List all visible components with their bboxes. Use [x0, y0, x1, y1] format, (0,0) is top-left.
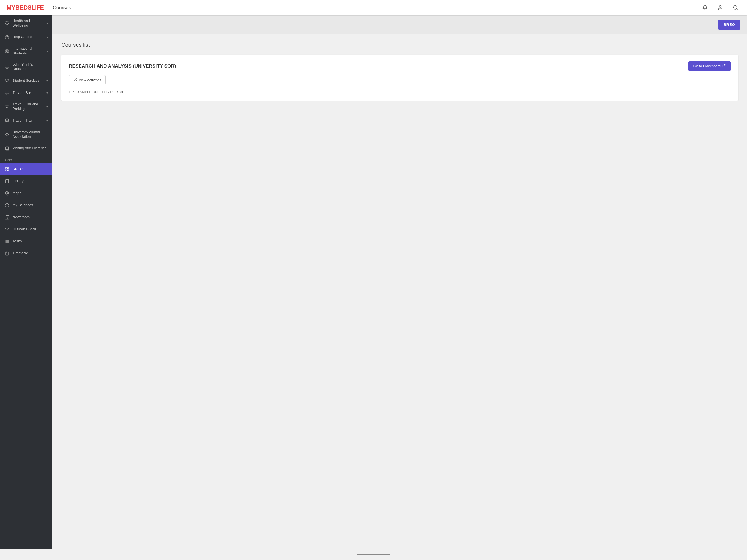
view-activities-button[interactable]: View activities: [69, 75, 106, 84]
heart-icon: [4, 21, 10, 26]
bookshop-icon: [4, 64, 10, 70]
svg-rect-20: [7, 168, 9, 169]
sidebar-item-tasks[interactable]: Tasks: [0, 235, 52, 248]
svg-line-2: [737, 9, 738, 10]
sidebar-item-label: International Students: [12, 47, 44, 56]
help-icon: [4, 34, 10, 40]
svg-point-23: [6, 193, 8, 194]
svg-line-37: [724, 65, 725, 66]
svg-rect-7: [5, 65, 9, 68]
sidebar-item-university-alumni[interactable]: University Alumni Association: [0, 127, 52, 143]
chevron-down-icon: ▾: [47, 105, 48, 108]
sidebar-item-label: BREO: [12, 167, 23, 172]
newsroom-icon: [4, 215, 10, 220]
clock-icon: [74, 78, 77, 82]
sidebar-item-label: Health and Wellbeing: [12, 19, 44, 28]
sidebar-item-label: Visiting other libraries: [12, 146, 47, 151]
sidebar-item-travel-train[interactable]: Travel - Train ▾: [0, 114, 52, 127]
course-subtitle: DP EXAMPLE UNIT FOR PORTAL: [69, 90, 730, 94]
sidebar-item-label: Timetable: [12, 251, 28, 256]
sidebar-item-my-balances[interactable]: My Balances: [0, 199, 52, 211]
sidebar-item-label: John Smith's Bookshop: [12, 62, 48, 72]
go-to-blackboard-button[interactable]: Go to Blackboard: [689, 61, 730, 71]
sidebar-item-label: Travel - Bus: [12, 91, 32, 95]
svg-point-0: [719, 6, 721, 8]
tasks-icon: [4, 239, 10, 244]
search-icon[interactable]: [730, 3, 741, 12]
sidebar-item-label: My Balances: [12, 203, 33, 207]
sidebar-item-library[interactable]: Library: [0, 175, 52, 187]
sidebar-item-visiting-libraries[interactable]: Visiting other libraries: [0, 143, 52, 154]
globe-icon: [4, 48, 10, 54]
top-bar: BREO: [52, 15, 747, 34]
sidebar-item-label: Maps: [12, 191, 21, 196]
svg-rect-10: [5, 91, 9, 94]
chevron-down-icon: ▾: [47, 49, 48, 53]
book-icon: [4, 146, 10, 151]
student-services-icon: [4, 78, 10, 83]
svg-rect-19: [5, 168, 7, 169]
user-profile-icon[interactable]: [715, 3, 725, 12]
apps-section-label: APPS: [0, 154, 52, 163]
sidebar-item-international-students[interactable]: International Students ▾: [0, 43, 52, 59]
svg-rect-13: [5, 106, 9, 108]
sidebar-item-label: Outlook E-Mail: [12, 227, 36, 232]
bottom-handle: [357, 554, 390, 555]
timetable-icon: [4, 251, 10, 256]
sidebar-item-label: University Alumni Association: [12, 130, 48, 139]
sidebar-item-label: Help Guides: [12, 35, 32, 40]
chevron-down-icon: ▾: [47, 91, 48, 95]
breo-top-button[interactable]: BREO: [718, 20, 741, 29]
chevron-down-icon: ▾: [47, 79, 48, 82]
car-icon: [4, 104, 10, 109]
train-icon: [4, 118, 10, 123]
sidebar-item-label: Tasks: [12, 239, 22, 244]
courses-content: Courses list RESEARCH AND ANALYSIS (UNIV…: [52, 34, 747, 108]
chevron-down-icon: ▾: [47, 21, 48, 25]
course-card-header: RESEARCH AND ANALYSIS (UNIVERSITY SQR) G…: [69, 61, 730, 71]
balances-icon: [4, 203, 10, 208]
sidebar-item-health-wellbeing[interactable]: Health and Wellbeing ▾: [0, 15, 52, 31]
logo[interactable]: MYBEDSLIFE: [6, 4, 44, 11]
bus-icon: [4, 90, 10, 96]
header-icons: [700, 3, 741, 12]
header: MYBEDSLIFE Courses: [0, 0, 747, 15]
notification-bell-icon[interactable]: [700, 3, 710, 12]
email-icon: [4, 227, 10, 232]
chevron-down-icon: ▾: [47, 35, 48, 39]
sidebar-item-label: Student Services: [12, 78, 40, 83]
map-pin-icon: [4, 190, 10, 196]
sidebar-item-outlook-email[interactable]: Outlook E-Mail: [0, 223, 52, 235]
sidebar-item-label: Travel - Train: [12, 119, 33, 123]
sidebar-item-maps[interactable]: Maps: [0, 187, 52, 199]
course-card: RESEARCH AND ANALYSIS (UNIVERSITY SQR) G…: [61, 55, 738, 101]
sidebar-item-student-services[interactable]: Student Services ▾: [0, 75, 52, 87]
logo-my: MY: [6, 4, 15, 11]
graduation-cap-icon: [4, 132, 10, 137]
external-link-icon: [722, 64, 726, 68]
sidebar-item-timetable[interactable]: Timetable: [0, 248, 52, 259]
library-icon: [4, 179, 10, 184]
sidebar-item-john-smiths-bookshop[interactable]: John Smith's Bookshop: [0, 59, 52, 75]
bottom-bar: [0, 549, 747, 560]
page-title: Courses: [53, 5, 700, 11]
logo-life: LIFE: [31, 4, 44, 11]
sidebar-item-label: Newsroom: [12, 215, 29, 220]
view-activities-label: View activities: [79, 78, 101, 82]
sidebar-item-breo[interactable]: BREO: [0, 163, 52, 175]
sidebar-item-travel-car-parking[interactable]: Travel - Car and Parking ▾: [0, 99, 52, 114]
course-title: RESEARCH AND ANALYSIS (UNIVERSITY SQR): [69, 63, 176, 69]
sidebar-item-travel-bus[interactable]: Travel - Bus ▾: [0, 87, 52, 99]
layout: Health and Wellbeing ▾ Help Guides ▾ Int…: [0, 15, 747, 549]
main-content: BREO Courses list RESEARCH AND ANALYSIS …: [52, 15, 747, 549]
sidebar-item-label: Travel - Car and Parking: [12, 102, 44, 111]
sidebar-item-help-guides[interactable]: Help Guides ▾: [0, 31, 52, 43]
svg-rect-22: [7, 170, 9, 171]
courses-list-title: Courses list: [61, 42, 738, 48]
go-blackboard-label: Go to Blackboard: [693, 64, 721, 68]
sidebar-item-newsroom[interactable]: Newsroom: [0, 211, 52, 223]
logo-beds: BEDS: [15, 4, 31, 11]
breo-icon: [4, 167, 10, 172]
svg-rect-21: [5, 170, 7, 171]
svg-rect-33: [5, 252, 9, 255]
